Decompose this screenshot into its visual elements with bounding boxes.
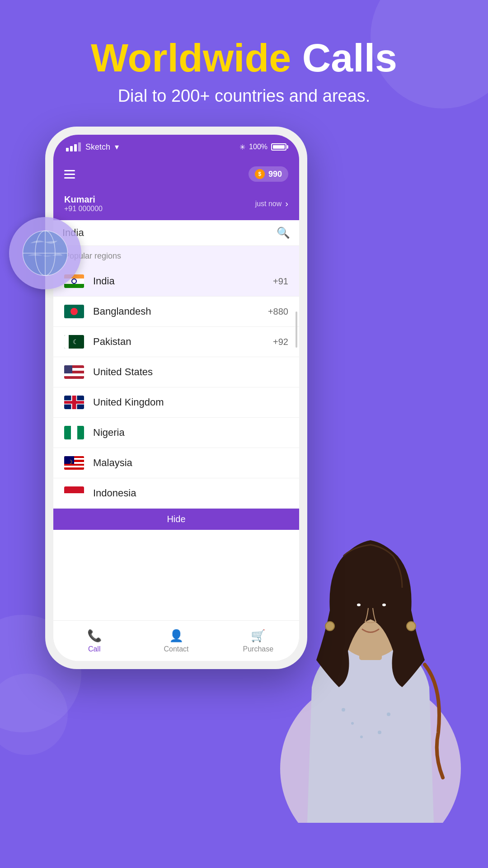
country-code-bangladesh: +880 — [268, 307, 288, 317]
list-item[interactable]: Nigeria — [53, 418, 299, 448]
flag-malaysia: ☽ — [64, 456, 84, 470]
country-list: India +91 Banglandesh +880 ☾ — [53, 266, 299, 509]
battery-percent: 100% — [249, 143, 267, 151]
nav-call-label: Call — [88, 645, 101, 653]
nav-contact-label: Contact — [164, 645, 188, 653]
caller-name: Kumari — [64, 194, 103, 205]
wifi-icon: ▾ — [115, 142, 119, 152]
search-icon[interactable]: 🔍 — [277, 226, 290, 239]
svg-point-8 — [387, 712, 390, 716]
country-name-bangladesh: Banglandesh — [93, 306, 268, 317]
section-label: Popular regions — [53, 246, 299, 266]
svg-point-16 — [382, 604, 386, 606]
call-time: just now — [255, 200, 282, 208]
svg-point-18 — [407, 622, 416, 631]
bluetooth-icon: ✳ — [239, 143, 245, 151]
flag-nigeria — [64, 426, 84, 439]
flag-us — [64, 365, 84, 379]
nav-contact[interactable]: 👤 Contact — [135, 621, 217, 661]
country-name-indonesia: Indonesia — [93, 487, 288, 499]
status-right: ✳ 100% — [239, 143, 286, 151]
list-item[interactable]: ☽ Malaysia — [53, 448, 299, 478]
svg-point-15 — [357, 604, 361, 606]
nav-purchase-label: Purchase — [243, 645, 274, 653]
coins-badge: $ 990 — [249, 166, 288, 182]
nav-purchase[interactable]: 🛒 Purchase — [217, 621, 299, 661]
list-item[interactable]: Banglandesh +880 — [53, 297, 299, 327]
svg-point-7 — [351, 722, 354, 725]
list-item[interactable]: India +91 — [53, 266, 299, 297]
list-item[interactable]: United States — [53, 357, 299, 387]
hide-label: Hide — [167, 514, 185, 524]
signal-icon — [66, 142, 81, 151]
scroll-indicator — [296, 311, 297, 348]
list-item[interactable]: Indonesia — [53, 478, 299, 509]
list-item[interactable]: ☾ Pakistan +92 — [53, 327, 299, 357]
chevron-right-icon: › — [285, 198, 288, 209]
status-left: Sketch ▾ — [66, 142, 119, 152]
globe-icon — [9, 217, 81, 289]
country-code-india: +91 — [273, 276, 288, 287]
svg-point-6 — [342, 708, 345, 712]
country-name-uk: United Kingdom — [93, 396, 288, 408]
call-icon: 📞 — [87, 629, 102, 643]
flag-indonesia — [64, 486, 84, 500]
purchase-icon: 🛒 — [251, 629, 265, 643]
coins-count: 990 — [268, 170, 282, 179]
phone-mockup: Sketch ▾ ✳ 100% $ 990 — [45, 127, 307, 705]
flag-pakistan: ☾ — [64, 335, 84, 349]
country-name-india: India — [93, 275, 273, 287]
country-name-nigeria: Nigeria — [93, 427, 288, 439]
svg-point-17 — [325, 622, 334, 631]
caller-number: +91 000000 — [64, 205, 103, 213]
recent-call[interactable]: Kumari +91 000000 just now › — [53, 189, 299, 220]
coin-icon: $ — [255, 169, 265, 179]
flag-bangladesh — [64, 305, 84, 318]
nav-call[interactable]: 📞 Call — [53, 621, 135, 661]
svg-point-9 — [360, 736, 363, 738]
phone-inner: Sketch ▾ ✳ 100% $ 990 — [53, 135, 299, 661]
menu-button[interactable] — [64, 170, 75, 179]
contact-icon: 👤 — [169, 629, 183, 643]
battery-icon — [271, 143, 286, 151]
flag-uk — [64, 396, 84, 409]
list-item[interactable]: United Kingdom — [53, 387, 299, 418]
call-time-container: just now › — [255, 198, 288, 209]
country-code-pakistan: +92 — [273, 337, 288, 347]
title-worldwide: Worldwide — [91, 35, 291, 80]
main-title: Worldwide Calls — [0, 36, 488, 80]
status-bar: Sketch ▾ ✳ 100% — [53, 135, 299, 159]
country-name-us: United States — [93, 366, 288, 378]
hide-bar[interactable]: Hide — [53, 509, 299, 530]
search-box: 🔍 — [53, 220, 299, 246]
header: Worldwide Calls Dial to 200+ countries a… — [0, 0, 488, 106]
status-app-name: Sketch — [85, 142, 110, 152]
app-header: $ 990 — [53, 159, 299, 189]
search-input[interactable] — [62, 227, 271, 239]
country-name-malaysia: Malaysia — [93, 457, 288, 469]
recent-call-info: Kumari +91 000000 — [64, 194, 103, 213]
country-name-pakistan: Pakistan — [93, 336, 273, 348]
svg-point-10 — [378, 731, 381, 734]
title-calls-text: Calls — [302, 35, 397, 80]
phone-outer: Sketch ▾ ✳ 100% $ 990 — [45, 127, 307, 669]
bottom-nav: 📞 Call 👤 Contact 🛒 Purchase — [53, 620, 299, 661]
header-subtitle: Dial to 200+ countries and areas. — [0, 86, 488, 106]
